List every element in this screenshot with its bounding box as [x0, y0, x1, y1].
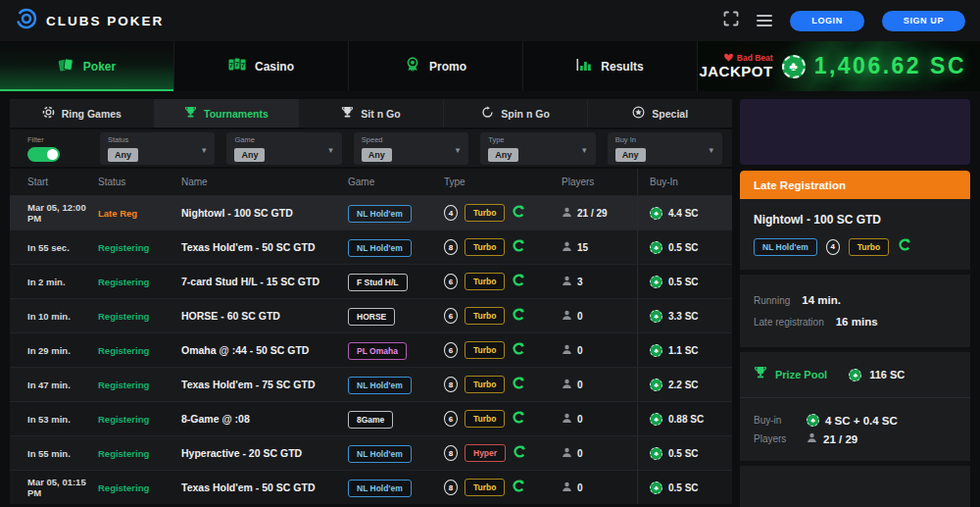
row-buyin: 2.2 SC: [637, 368, 732, 401]
signup-button[interactable]: SIGN UP: [882, 11, 965, 31]
chip-icon: [650, 207, 662, 220]
seats-badge: 6: [444, 274, 458, 289]
tab-spin-n-go[interactable]: Spin n Go: [444, 99, 589, 127]
speed-badge: Turbo: [465, 238, 505, 256]
chip-icon: [650, 344, 662, 357]
players-icon: [562, 207, 572, 220]
speed-dropdown[interactable]: Speed Any ▾: [354, 132, 468, 165]
tab-ring-games[interactable]: Ring Games: [10, 99, 155, 127]
speed-badge: Hyper: [465, 444, 506, 462]
players-label: Players: [754, 433, 801, 444]
players-value: 21 / 29: [823, 433, 858, 445]
speed-badge: Turbo: [465, 376, 505, 393]
prize-pool-value: 116 SC: [869, 369, 905, 380]
tab-special[interactable]: Special: [588, 99, 732, 127]
main-nav: Poker 7 7 7 Casino Promo: [0, 41, 980, 91]
players-icon: [562, 482, 572, 494]
row-status: Registering: [98, 242, 181, 253]
table-row[interactable]: In 29 min. Registering Omaha @ :44 - 50 …: [10, 332, 732, 367]
game-badge: NL Hold'em: [348, 480, 412, 497]
fullscreen-icon[interactable]: [723, 11, 739, 30]
trophy-icon: [754, 366, 767, 383]
speed-badge: Turbo: [849, 238, 889, 256]
type-dropdown[interactable]: Type Any ▾: [480, 132, 595, 165]
row-buyin: 0.5 SC: [637, 436, 732, 470]
game-dropdown[interactable]: Game Any ▾: [226, 132, 341, 165]
row-type: 6 Turbo: [444, 410, 562, 429]
row-players: 0: [562, 482, 637, 494]
game-badge: HORSE: [348, 308, 395, 326]
status-dropdown[interactable]: Status Any ▾: [100, 132, 215, 165]
reentry-icon: [512, 341, 526, 360]
row-start: Mar 05, 12:00 PM: [10, 202, 98, 224]
row-type: 4 Turbo: [444, 204, 562, 223]
row-game: HORSE: [348, 306, 444, 326]
tab-tournaments[interactable]: Tournaments: [155, 99, 300, 127]
chip-icon: [650, 276, 662, 288]
tab-sit-n-go[interactable]: Sit n Go: [299, 99, 444, 127]
table-row[interactable]: In 10 min. Registering HORSE - 60 SC GTD…: [10, 298, 732, 332]
row-type: 8 Hyper: [444, 444, 562, 463]
jackpot-badge: Bad Beat: [737, 54, 773, 63]
row-name: 8-Game @ :08: [181, 413, 348, 425]
row-game: NL Hold'em: [348, 203, 444, 223]
col-players: Players: [562, 177, 637, 187]
row-status: Registering: [98, 482, 181, 493]
row-buyin: 0.5 SC: [637, 230, 732, 264]
buyin-dropdown[interactable]: Buy In Any ▾: [608, 132, 722, 165]
row-name: Texas Hold'em - 75 SC GTD: [181, 379, 348, 390]
table-row[interactable]: In 2 min. Registering 7-card Stud H/L - …: [10, 264, 732, 298]
row-players: 0: [562, 379, 637, 391]
table-row[interactable]: Mar 05, 01:15 PM Registering Texas Hold'…: [10, 470, 732, 504]
clubs-poker-icon: [15, 7, 38, 34]
row-name: HORSE - 60 SC GTD: [181, 310, 348, 322]
row-type: 8 Turbo: [444, 238, 562, 257]
game-badge: NL Hold'em: [348, 205, 412, 223]
table-row[interactable]: In 55 sec. Registering Texas Hold'em - 5…: [10, 229, 732, 264]
seats-badge: 8: [444, 239, 458, 255]
filter-toggle[interactable]: [27, 147, 60, 162]
table-row[interactable]: In 53 min. Registering 8-Game @ :08 8Gam…: [10, 401, 732, 435]
table-row[interactable]: In 55 min. Registering Hyperactive - 20 …: [10, 435, 732, 470]
row-game: F Stud H/L: [348, 272, 444, 291]
brand-logo[interactable]: CLUBS POKER: [15, 7, 164, 34]
chevron-down-icon: ▾: [202, 145, 207, 155]
row-status: Registering: [98, 277, 181, 287]
chip-icon: [782, 55, 806, 78]
menu-icon[interactable]: [757, 15, 772, 26]
row-type: 8 Turbo: [444, 479, 562, 497]
players-icon: [562, 344, 572, 357]
table-row[interactable]: Mar 05, 12:00 PM Late Reg Nightowl - 100…: [10, 195, 732, 229]
table-row[interactable]: In 47 min. Registering Texas Hold'em - 7…: [10, 367, 732, 401]
chip-icon: [650, 447, 662, 460]
login-button[interactable]: LOGIN: [790, 11, 864, 31]
promo-banner: [740, 99, 970, 165]
nav-tab-poker[interactable]: Poker: [0, 41, 174, 91]
tournament-table: Start Status Name Game Type Players Buy-…: [10, 169, 732, 504]
row-game: NL Hold'em: [348, 443, 444, 463]
players-icon: [562, 379, 572, 391]
nav-tab-promo[interactable]: Promo: [349, 41, 523, 91]
seats-badge: 6: [444, 308, 458, 324]
brand-name: CLUBS POKER: [46, 14, 164, 28]
slots-icon: 7 7 7: [228, 58, 246, 75]
col-type: Type: [444, 177, 562, 187]
row-game: NL Hold'em: [348, 375, 444, 394]
row-type: 8 Turbo: [444, 376, 562, 394]
jackpot-amount: 1,406.62 SC: [814, 53, 966, 79]
row-start: In 2 min.: [10, 277, 98, 287]
nav-tab-casino[interactable]: 7 7 7 Casino: [174, 41, 349, 91]
chevron-down-icon: ▾: [582, 145, 587, 155]
row-players: 0: [562, 344, 637, 357]
poker-cards-icon: [58, 57, 74, 76]
row-name: 7-card Stud H/L - 15 SC GTD: [181, 276, 348, 287]
nav-tab-results[interactable]: Results: [523, 41, 698, 91]
reentry-icon: [898, 237, 912, 256]
col-name: Name: [181, 177, 348, 187]
reentry-icon: [512, 376, 526, 394]
bar-chart-icon: [576, 58, 592, 75]
chip-icon: [849, 369, 861, 381]
seats-badge: 6: [444, 342, 458, 358]
chip-icon: [650, 310, 662, 323]
row-players: 0: [562, 447, 637, 460]
